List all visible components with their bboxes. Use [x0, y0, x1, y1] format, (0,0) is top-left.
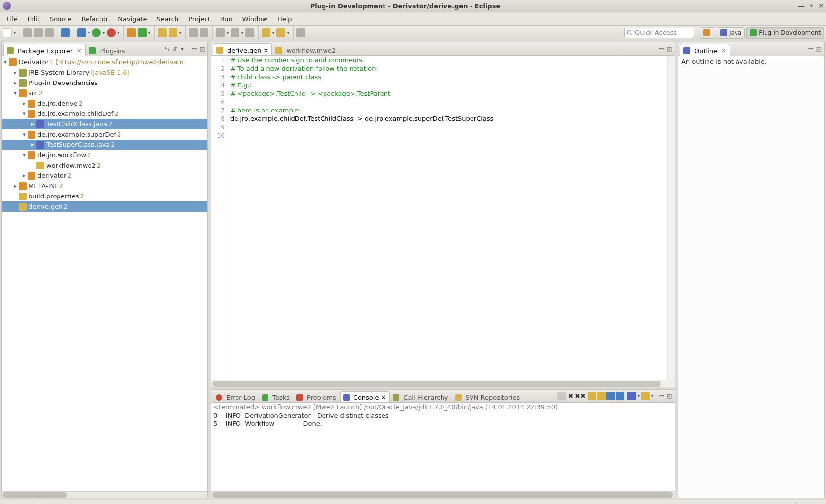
maximize-view-button[interactable]: ◰ — [199, 46, 206, 53]
menu-navigate[interactable]: Navigate — [113, 13, 151, 25]
horizontal-scrollbar[interactable] — [2, 491, 207, 498]
ann-prev-dd[interactable]: ▾ — [226, 28, 230, 37]
toggle-mark-icon[interactable] — [189, 28, 198, 37]
new-wizard-icon[interactable] — [3, 28, 12, 37]
console-body[interactable]: <terminated> workflow.mwe2 [Mwe2 Launch]… — [211, 403, 675, 498]
tab-tasks[interactable]: Tasks — [259, 391, 294, 402]
tree-pkg-super[interactable]: ▾ de.jro.example.superDef 2 — [2, 129, 207, 140]
twistie-closed-icon[interactable]: ▸ — [12, 183, 19, 189]
run-icon[interactable] — [92, 28, 101, 37]
twistie-closed-icon[interactable]: ▸ — [12, 80, 19, 86]
fwd-dd[interactable]: ▾ — [286, 28, 290, 37]
toggle-block-icon[interactable] — [200, 28, 208, 37]
search-icon[interactable] — [169, 28, 177, 37]
clear-console-icon[interactable] — [588, 392, 596, 400]
editor-body[interactable]: 12345678910 # Use the number sign to add… — [211, 56, 675, 380]
minimize-window-button[interactable]: — — [796, 2, 806, 10]
twistie-open-icon[interactable]: ▾ — [21, 152, 28, 158]
show-console-icon[interactable] — [616, 392, 624, 400]
minimize-view-button[interactable]: ▭ — [658, 45, 665, 52]
menu-source[interactable]: Source — [45, 13, 77, 25]
open-console-icon[interactable] — [641, 392, 650, 400]
console-horizontal-scrollbar[interactable] — [211, 491, 675, 498]
open-plugin-artifact-icon[interactable] — [138, 28, 147, 37]
tree-jre[interactable]: ▸ JRE System Library [JavaSE-1.6] — [2, 67, 207, 78]
link-editor-icon[interactable]: ⇵ — [171, 46, 178, 53]
back-icon[interactable] — [262, 28, 270, 37]
tree-src[interactable]: ▾ src 2 — [2, 88, 207, 98]
close-icon[interactable]: ✕ — [264, 47, 269, 54]
back-dd[interactable]: ▾ — [271, 28, 275, 37]
minimize-view-button[interactable]: ▭ — [658, 392, 665, 399]
menu-help[interactable]: Help — [272, 13, 297, 25]
quick-access-input[interactable]: Quick Access — [624, 28, 694, 38]
debug-icon[interactable] — [77, 28, 86, 37]
display-dropdown-icon[interactable]: ▾ — [637, 392, 641, 400]
tree-derivegen[interactable]: derive.gen 2 — [2, 201, 207, 212]
editor-tab-workflow[interactable]: workflow.mwe2 — [272, 43, 339, 55]
menu-refactor[interactable]: Refactor — [77, 13, 114, 25]
debug-dropdown-icon[interactable]: ▾ — [87, 28, 91, 37]
remove-all-icon[interactable]: ✖✖ — [576, 392, 585, 400]
new-extension-icon[interactable] — [127, 28, 136, 37]
pin-editor-icon[interactable] — [296, 28, 305, 37]
menu-run[interactable]: Run — [215, 13, 237, 25]
annotation-next-icon[interactable] — [231, 28, 239, 37]
last-edit-icon[interactable] — [245, 28, 254, 37]
pin-console-icon[interactable] — [606, 392, 615, 400]
run-last-dropdown-icon[interactable]: ▾ — [117, 28, 120, 37]
close-window-button[interactable]: ✕ — [816, 2, 826, 10]
twistie-open-icon[interactable]: ▾ — [12, 90, 19, 96]
overview-ruler[interactable] — [667, 56, 675, 380]
search-dropdown-icon[interactable]: ▾ — [178, 28, 182, 37]
twistie-open-icon[interactable]: ▾ — [21, 131, 28, 138]
print-icon[interactable] — [45, 28, 54, 37]
tree-file-workflow[interactable]: workflow.mwe2 2 — [2, 160, 207, 170]
package-explorer-tab[interactable]: Package Explorer ✕ — [3, 44, 86, 56]
run-last-icon[interactable] — [107, 28, 116, 37]
twistie-closed-icon[interactable]: ▸ — [21, 100, 28, 107]
twistie-closed-icon[interactable]: ▸ — [30, 121, 36, 127]
tab-problems[interactable]: Problems — [294, 391, 340, 402]
display-selected-icon[interactable] — [627, 392, 636, 400]
editor-horizontal-scrollbar[interactable] — [211, 380, 675, 387]
close-icon[interactable]: ✕ — [721, 48, 726, 54]
open-artifact-dropdown-icon[interactable]: ▾ — [148, 28, 151, 37]
forward-icon[interactable] — [276, 28, 285, 37]
menu-project[interactable]: Project — [183, 13, 215, 25]
twistie-open-icon[interactable]: ▾ — [2, 59, 9, 65]
run-dropdown-icon[interactable]: ▾ — [102, 28, 106, 37]
twistie-open-icon[interactable]: ▾ — [21, 111, 28, 117]
tree-pkg-workflow[interactable]: ▾ de.jro.workflow 2 — [2, 150, 207, 160]
annotation-prev-icon[interactable] — [216, 28, 225, 37]
package-explorer-body[interactable]: ▾ Derivator 1 [https://svn.code.sf.net/p… — [2, 56, 207, 491]
open-console-dropdown-icon[interactable]: ▾ — [650, 392, 654, 400]
tree-plugin-deps[interactable]: ▸ Plug-in Dependencies — [2, 78, 207, 88]
plugins-tab[interactable]: Plug-ins — [86, 44, 129, 56]
maximize-view-button[interactable]: ◰ — [666, 45, 673, 52]
view-menu-icon[interactable]: ▾ — [179, 46, 186, 53]
open-type-icon[interactable] — [158, 28, 167, 37]
tree-metainf[interactable]: ▸ META-INF 2 — [2, 181, 207, 191]
tree-project[interactable]: ▾ Derivator 1 [https://svn.code.sf.net/p… — [2, 57, 207, 67]
twistie-closed-icon[interactable]: ▸ — [30, 141, 36, 148]
tab-error-log[interactable]: Error Log — [213, 391, 259, 402]
tree-file-testsuper[interactable]: ▸ TestSuperClass.java 2 — [2, 140, 207, 150]
editor-text-area[interactable]: # Use the number sign to add comments. #… — [228, 56, 667, 380]
close-icon[interactable]: ✕ — [381, 394, 386, 401]
skip-breakpoints-icon[interactable] — [61, 28, 70, 37]
minimize-view-button[interactable]: ▭ — [191, 46, 198, 53]
menu-file[interactable]: File — [2, 13, 23, 25]
perspective-java-button[interactable]: Java — [717, 27, 745, 39]
tab-svn-repositories[interactable]: SVN Repositories — [452, 391, 524, 402]
save-icon[interactable] — [23, 28, 32, 37]
tab-console[interactable]: Console✕ — [340, 391, 390, 402]
twistie-closed-icon[interactable]: ▸ — [12, 69, 19, 76]
close-icon[interactable]: ✕ — [77, 48, 81, 54]
menu-search[interactable]: Search — [152, 13, 184, 25]
perspective-pde-button[interactable]: Plug-in Development — [746, 27, 824, 39]
new-dropdown-icon[interactable]: ▾ — [13, 28, 17, 37]
menu-window[interactable]: Window — [237, 13, 272, 25]
editor-tab-derivegen[interactable]: derive.gen ✕ — [213, 43, 272, 55]
save-all-icon[interactable] — [34, 28, 43, 37]
